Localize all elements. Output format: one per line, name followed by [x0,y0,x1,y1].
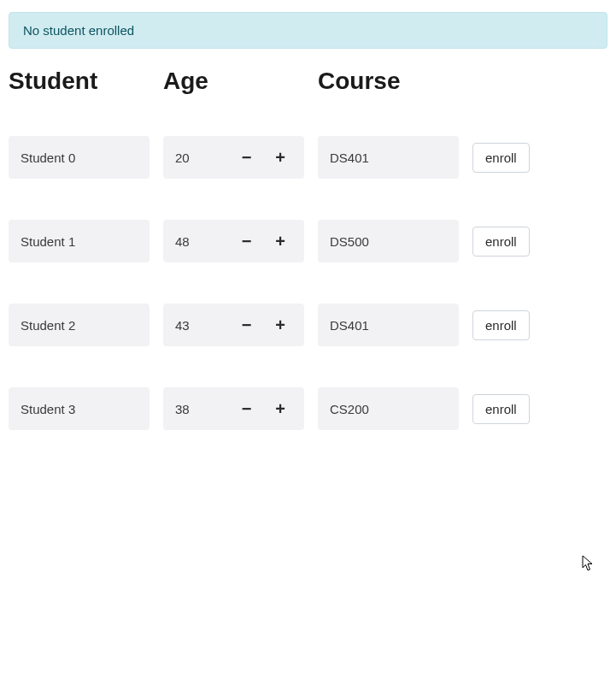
student-row: Student 1 48 − + DS500 enroll [9,220,607,262]
age-decrement-button[interactable]: − [242,149,252,166]
student-row: Student 3 38 − + CS200 enroll [9,387,607,430]
age-value: 38 [175,402,190,416]
age-value: 43 [175,318,190,333]
student-name: Student 0 [21,150,75,165]
age-value: 48 [175,234,190,249]
course-cell: DS401 [318,136,459,179]
alert-text: No student enrolled [23,23,134,38]
course-name: CS200 [330,402,369,416]
header-row: Student Age Course [9,68,607,95]
course-cell: CS200 [318,387,459,430]
age-decrement-button[interactable]: − [242,400,252,417]
age-stepper: 38 − + [163,387,304,430]
header-age: Age [163,68,304,95]
age-controls: − + [242,400,285,417]
course-name: DS401 [330,318,369,333]
age-decrement-button[interactable]: − [242,233,252,250]
age-increment-button[interactable]: + [275,316,285,333]
age-controls: − + [242,233,285,250]
student-name: Student 2 [21,318,75,333]
student-row: Student 0 20 − + DS401 enroll [9,136,607,179]
course-cell: DS500 [318,220,459,262]
student-name-cell: Student 0 [9,136,150,179]
age-controls: − + [242,149,285,166]
student-row: Student 2 43 − + DS401 enroll [9,304,607,346]
enroll-button[interactable]: enroll [472,394,530,424]
student-name: Student 3 [21,402,75,416]
header-student: Student [9,68,150,95]
age-increment-button[interactable]: + [275,400,285,417]
course-name: DS401 [330,150,369,165]
age-stepper: 20 − + [163,136,304,179]
student-name: Student 1 [21,234,75,249]
student-name-cell: Student 2 [9,304,150,346]
age-stepper: 48 − + [163,220,304,262]
enroll-button[interactable]: enroll [472,310,530,340]
age-increment-button[interactable]: + [275,233,285,250]
alert-no-enrolled: No student enrolled [9,12,607,49]
age-increment-button[interactable]: + [275,149,285,166]
course-name: DS500 [330,234,369,249]
enroll-button[interactable]: enroll [472,143,530,173]
age-controls: − + [242,316,285,333]
enroll-button[interactable]: enroll [472,227,530,257]
mouse-cursor-icon [582,555,594,572]
course-cell: DS401 [318,304,459,346]
student-list: Student 0 20 − + DS401 enroll Student 1 … [9,136,607,430]
age-stepper: 43 − + [163,304,304,346]
header-course: Course [318,68,459,95]
age-value: 20 [175,150,190,165]
student-name-cell: Student 3 [9,387,150,430]
student-name-cell: Student 1 [9,220,150,262]
age-decrement-button[interactable]: − [242,316,252,333]
